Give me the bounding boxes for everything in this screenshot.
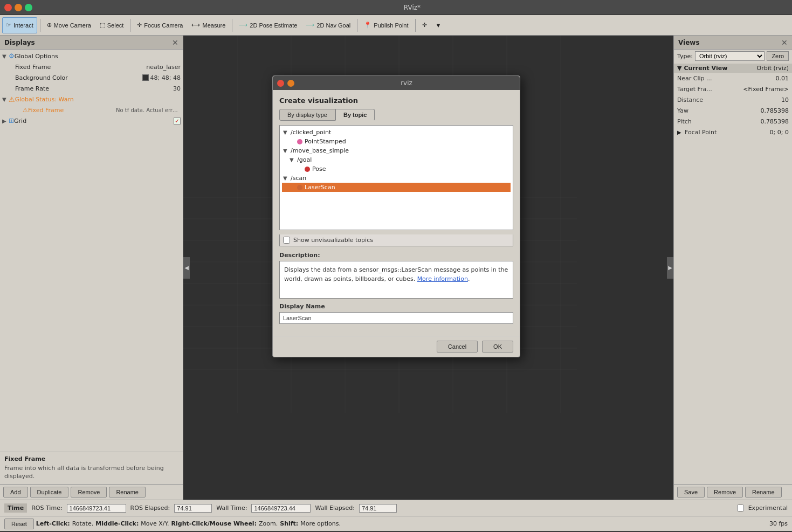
reset-button[interactable]: Reset [4, 519, 34, 529]
create-visualization-modal[interactable]: rviz Create visualization By display typ… [272, 75, 520, 357]
clicked-point-expand: ▼ [283, 129, 291, 135]
status-middle-click-bold: Middle-Click: [95, 520, 139, 527]
displays-tree[interactable]: ▼ ⚙ Global Options Fixed Frame neato_las… [0, 50, 183, 452]
topic-tree[interactable]: ▼ /clicked_point PointStamped ▼ /move_ba… [279, 125, 513, 230]
views-zero-button[interactable]: Zero [767, 51, 789, 61]
views-type-row: Type: Orbit (rviz) Zero [674, 50, 792, 63]
background-color-item[interactable]: Background Color 48; 48; 48 [0, 72, 183, 83]
toolbar-separator-2 [130, 19, 130, 32]
wall-time-label: Wall Time: [216, 505, 247, 512]
close-button[interactable] [4, 4, 12, 11]
add-display-button[interactable]: Add [3, 487, 28, 498]
toolbar-separator-4 [357, 19, 357, 32]
nav-goal-button[interactable]: ⟶ 2D Nav Goal [302, 17, 354, 33]
tab-by-display-type[interactable]: By display type [279, 109, 335, 121]
global-status-item[interactable]: ▼ ⚠ Global Status: Warn [0, 94, 183, 105]
select-icon: ⬚ [100, 22, 105, 29]
target-frame-value: <Fixed Frame> [743, 86, 789, 93]
distance-value: 10 [781, 96, 789, 103]
rename-display-button[interactable]: Rename [109, 487, 146, 498]
topic-clicked-point[interactable]: ▼ /clicked_point [282, 128, 511, 137]
interact-button[interactable]: ☞ Interact [2, 17, 37, 33]
display-name-label: Display Name [279, 303, 513, 310]
topic-point-stamped[interactable]: PointStamped [282, 137, 511, 146]
topic-laser-scan[interactable]: LaserScan [282, 183, 511, 192]
extra-button[interactable]: ▼ [432, 17, 445, 33]
minimize-button[interactable] [15, 4, 22, 11]
modal-min-button[interactable] [287, 80, 294, 87]
global-options-item[interactable]: ▼ ⚙ Global Options [0, 51, 183, 61]
global-options-expand[interactable]: ▼ [2, 53, 9, 59]
focal-point-value: 0; 0; 0 [770, 129, 789, 136]
wall-elapsed-input[interactable] [359, 504, 397, 513]
description-section: Description: Displays the data from a se… [279, 252, 513, 299]
show-unvisualizable-label: Show unvisualizable topics [293, 237, 373, 244]
displays-panel-buttons: Add Duplicate Remove Rename [0, 484, 183, 500]
views-type-select[interactable]: Orbit (rviz) [695, 51, 765, 61]
experimental-checkbox[interactable] [737, 505, 744, 512]
pose-dot [305, 167, 310, 172]
ros-elapsed-input[interactable] [174, 504, 212, 513]
current-view-label: Current View [684, 65, 727, 72]
duplicate-display-button[interactable]: Duplicate [30, 487, 69, 498]
wall-time-input[interactable] [251, 504, 311, 513]
maximize-button[interactable] [25, 4, 32, 11]
collapse-left-handle[interactable]: ◀ [183, 257, 190, 279]
ros-time-input[interactable] [67, 504, 126, 513]
tab-by-topic[interactable]: By topic [335, 109, 375, 121]
topic-goal[interactable]: ▼ /goal [282, 155, 511, 164]
views-tree: ▼ Current View Orbit (rviz) Near Clip ..… [674, 63, 792, 484]
publish-point-button[interactable]: 📍 Publish Point [360, 17, 412, 33]
pose-estimate-button[interactable]: ⟶ 2D Pose Estimate [235, 17, 301, 33]
fixed-frame-item[interactable]: Fixed Frame neato_laser [0, 61, 183, 72]
description-more-info-link[interactable]: More information [417, 275, 468, 282]
show-unvisualizable-checkbox[interactable] [283, 237, 290, 244]
ok-button[interactable]: OK [482, 341, 513, 353]
measure-button[interactable]: ⟷ Measure [188, 17, 229, 33]
target-frame-label: Target Fra... [677, 86, 743, 93]
nav-goal-icon: ⟶ [306, 22, 314, 29]
focal-point-expand[interactable]: ▶ [677, 129, 685, 135]
topic-move-base-simple[interactable]: ▼ /move_base_simple [282, 146, 511, 155]
status-middle-click-action: Move X/Y. [141, 520, 169, 527]
views-rename-button[interactable]: Rename [745, 487, 782, 498]
add-button-toolbar[interactable]: ✛ [418, 17, 431, 33]
grid-label: Grid [14, 118, 174, 125]
move-camera-button[interactable]: ⊕ Move Camera [43, 17, 95, 33]
select-button[interactable]: ⬚ Select [96, 17, 128, 33]
topic-pose[interactable]: Pose [282, 164, 511, 174]
distance-row: Distance 10 [674, 94, 792, 105]
focus-camera-button[interactable]: ✛ Focus Camera [133, 17, 187, 33]
grid-checkbox[interactable]: ✓ [174, 118, 181, 125]
tooltip-text: Frame into which all data is transformed… [4, 464, 178, 481]
background-color-value: 48; 48; 48 [150, 74, 181, 81]
measure-icon: ⟷ [191, 22, 200, 29]
topic-scan[interactable]: ▼ /scan [282, 174, 511, 183]
views-save-button[interactable]: Save [677, 487, 705, 498]
toolbar-separator-5 [415, 19, 416, 32]
remove-display-button[interactable]: Remove [71, 487, 107, 498]
display-name-input[interactable] [279, 312, 513, 324]
collapse-right-handle[interactable]: ▶ [667, 257, 673, 279]
global-status-expand[interactable]: ▼ [2, 96, 9, 102]
status-shift-action: More options. [300, 520, 341, 527]
point-stamped-dot [297, 139, 302, 144]
grid-item[interactable]: ▶ ⊞ Grid ✓ [0, 115, 183, 126]
toolbar-separator-1 [40, 19, 40, 32]
displays-close-button[interactable]: ✕ [172, 38, 178, 47]
pitch-label: Pitch [677, 118, 761, 125]
grid-expand[interactable]: ▶ [2, 118, 9, 124]
views-remove-button[interactable]: Remove [707, 487, 743, 498]
modal-close-button[interactable] [277, 80, 284, 87]
views-close-button[interactable]: ✕ [781, 38, 788, 47]
description-text: Displays the data from a sensor_msgs::La… [284, 266, 508, 282]
window-controls[interactable] [4, 4, 32, 11]
frame-rate-item[interactable]: Frame Rate 30 [0, 83, 183, 94]
fixed-frame-error-item[interactable]: ⚠ Fixed Frame No tf data. Actual error..… [0, 105, 183, 115]
current-view-header[interactable]: ▼ Current View Orbit (rviz) [674, 64, 792, 73]
cancel-button[interactable]: Cancel [437, 341, 478, 353]
publish-point-label: Publish Point [374, 22, 408, 29]
near-clip-value: 0.01 [776, 75, 789, 82]
status-bar: Reset Left-Click: Rotate. Middle-Click: … [0, 516, 792, 531]
modal-section-title: Create visualization [279, 96, 513, 105]
